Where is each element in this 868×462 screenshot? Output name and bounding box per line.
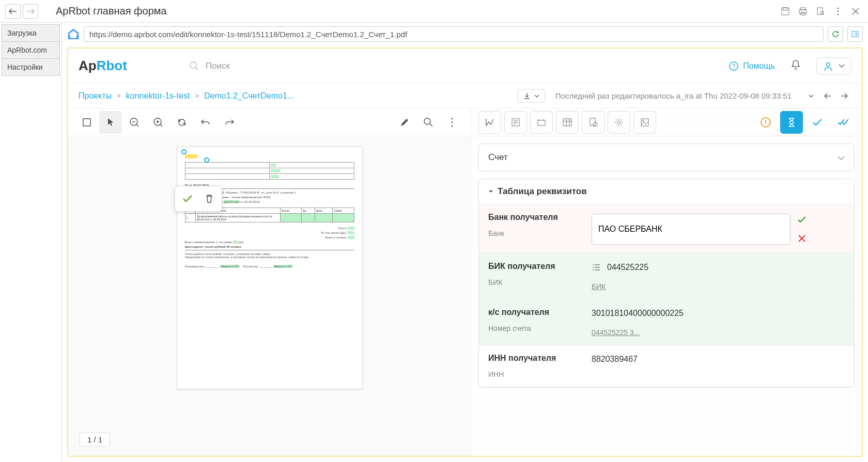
cancel-edit-icon[interactable] (796, 232, 808, 245)
next-doc[interactable] (837, 89, 851, 103)
rotate-tool[interactable] (171, 111, 193, 134)
svg-rect-2 (800, 8, 805, 10)
help-link[interactable]: ? Помощь (729, 61, 775, 71)
breadcrumb-project[interactable]: konnektor-1s-test (126, 91, 190, 101)
svg-point-22 (452, 125, 453, 126)
open-external-button[interactable] (847, 26, 863, 42)
breadcrumb-document[interactable]: Demo1.2_СчетDemo1... (204, 91, 294, 101)
svg-point-7 (838, 7, 839, 9)
rtool-checkall-icon[interactable] (832, 111, 855, 134)
field-bik[interactable]: БИК получателя БИК 044525225 БИК (479, 253, 854, 299)
search-tool[interactable] (417, 111, 440, 134)
rtool-hourglass-icon[interactable] (780, 111, 803, 134)
edit-tool[interactable] (393, 111, 416, 134)
field-bank: Банк получателя Банк (479, 204, 854, 253)
svg-point-19 (424, 118, 430, 124)
close-icon[interactable] (848, 4, 863, 19)
bik-sublink[interactable]: БИК (592, 282, 845, 291)
svg-marker-10 (69, 30, 78, 39)
svg-point-9 (838, 13, 839, 15)
user-menu[interactable] (816, 57, 851, 75)
svg-rect-0 (782, 8, 789, 15)
home-pentagon-icon[interactable] (67, 28, 80, 40)
svg-point-8 (838, 10, 839, 12)
svg-rect-1 (783, 8, 787, 10)
svg-rect-25 (563, 119, 571, 126)
forward-button[interactable] (23, 4, 38, 19)
svg-point-21 (452, 121, 453, 123)
annotation-popup (175, 186, 222, 212)
more-tool[interactable] (441, 111, 463, 134)
bank-input[interactable] (592, 214, 791, 245)
accordion-requisites: Таблица реквизитов Банк получателя Банк (478, 179, 855, 388)
rtool-1[interactable] (478, 111, 501, 134)
zoom-out-tool[interactable] (123, 111, 146, 134)
confirm-annotation-icon[interactable] (178, 189, 197, 208)
accordion-invoice-header[interactable]: Счет (479, 144, 854, 171)
redo-tool[interactable] (218, 111, 241, 134)
prev-doc[interactable] (820, 89, 835, 103)
svg-point-30 (643, 120, 644, 121)
breadcrumb-projects[interactable]: Проекты (79, 91, 112, 101)
rtool-image[interactable] (633, 111, 656, 134)
rtool-5[interactable] (582, 111, 605, 134)
sidebar-tab-aprbot[interactable]: ApRbot.com (2, 41, 60, 59)
last-edit-text: Последний раз редактировалось a_ira at T… (555, 91, 792, 100)
download-button[interactable] (517, 89, 545, 103)
left-sidebar: Загрузка ApRbot.com Настройки (0, 23, 62, 462)
field-inn[interactable]: ИНН получателя ИНН 8820389467 (479, 345, 854, 387)
svg-rect-26 (590, 118, 595, 125)
sidebar-tab-settings[interactable]: Настройки (2, 58, 60, 76)
svg-point-20 (452, 118, 453, 119)
pointer-tool[interactable] (99, 111, 122, 134)
reload-button[interactable] (828, 26, 843, 42)
undo-tool[interactable] (194, 111, 217, 134)
rtool-3[interactable] (530, 111, 553, 134)
svg-text:?: ? (732, 63, 735, 69)
url-input[interactable] (84, 26, 824, 42)
svg-rect-5 (817, 8, 823, 14)
sidebar-tab-load[interactable]: Загрузка (2, 24, 60, 42)
accordion-requisites-header[interactable]: Таблица реквизитов (479, 179, 854, 204)
search-input[interactable]: Поиск (189, 61, 230, 71)
bell-icon[interactable] (791, 59, 801, 72)
rtool-2[interactable] (504, 111, 527, 134)
search-doc-icon[interactable] (813, 4, 828, 19)
ks-sublink[interactable]: 044525225 3... (592, 328, 845, 337)
svg-point-12 (190, 62, 196, 68)
svg-point-28 (617, 121, 621, 124)
rtool-warning-icon[interactable] (754, 111, 777, 134)
rtool-check-icon[interactable] (806, 111, 829, 134)
window-title: ApRbot главная форма (56, 5, 167, 17)
save-icon[interactable] (778, 4, 793, 19)
rtool-4[interactable] (556, 111, 579, 134)
svg-point-15 (827, 62, 830, 66)
svg-rect-24 (538, 120, 545, 125)
confirm-edit-icon[interactable] (796, 214, 808, 226)
svg-rect-16 (83, 119, 90, 126)
page-counter: 1 / 1 (80, 433, 110, 447)
accordion-invoice: Счет (478, 144, 855, 171)
field-ks[interactable]: к/с получателя Номер счета 3010181040000… (479, 299, 854, 345)
app-logo: ApRbot (79, 58, 127, 74)
svg-rect-3 (799, 10, 807, 13)
zoom-in-tool[interactable] (147, 111, 169, 134)
rtool-settings[interactable] (608, 111, 630, 134)
select-rect-tool[interactable] (75, 111, 98, 134)
list-icon (592, 264, 601, 271)
delete-annotation-icon[interactable] (200, 189, 219, 208)
dropdown-nav[interactable] (804, 89, 818, 103)
back-button[interactable] (5, 4, 21, 19)
document-page[interactable]: 25 от 20.03.2019 ООО «АльСервис», 119991… (177, 147, 363, 389)
print-icon[interactable] (796, 4, 810, 19)
kebab-icon[interactable] (831, 4, 845, 19)
